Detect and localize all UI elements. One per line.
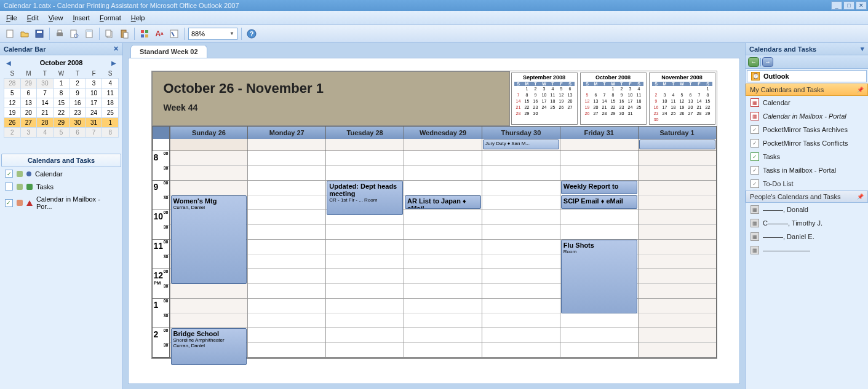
- date-cell[interactable]: 8: [102, 128, 119, 138]
- time-slot[interactable]: [326, 299, 404, 313]
- calendar-item[interactable]: Tasks: [1, 180, 121, 193]
- time-slot[interactable]: [404, 181, 482, 195]
- time-slot[interactable]: [639, 210, 716, 225]
- time-slot[interactable]: [248, 328, 325, 343]
- paste-icon[interactable]: [118, 28, 130, 40]
- page-setup-icon[interactable]: [83, 28, 95, 40]
- time-slot[interactable]: [482, 284, 560, 299]
- time-slot[interactable]: [560, 225, 638, 240]
- time-slot[interactable]: [482, 328, 560, 343]
- date-cell[interactable]: 2: [70, 79, 86, 88]
- time-slot[interactable]: [248, 284, 325, 299]
- date-cell[interactable]: 5: [4, 88, 21, 98]
- menu-format[interactable]: Format: [95, 12, 126, 23]
- styles-icon[interactable]: [168, 28, 180, 40]
- allday-event[interactable]: Jury Duty ♦ San M...: [483, 139, 559, 149]
- time-slot[interactable]: [560, 166, 638, 181]
- date-cell[interactable]: 12: [4, 98, 21, 108]
- allday-cell[interactable]: [404, 139, 482, 151]
- time-slot[interactable]: [560, 151, 638, 166]
- time-slot[interactable]: [639, 166, 716, 181]
- time-slot[interactable]: [404, 225, 482, 240]
- time-slot[interactable]: [248, 313, 325, 328]
- print-preview-icon[interactable]: [68, 28, 81, 40]
- time-slot[interactable]: [404, 299, 482, 313]
- expand-icon[interactable]: ▾: [861, 45, 864, 53]
- menu-insert[interactable]: Insert: [68, 12, 95, 23]
- time-slot[interactable]: [248, 181, 325, 195]
- date-cell[interactable]: 28: [37, 118, 54, 128]
- date-cell[interactable]: 21: [37, 108, 54, 118]
- time-slot[interactable]: [404, 166, 482, 181]
- time-slot[interactable]: [170, 299, 248, 313]
- my-calendars-header[interactable]: My Calendars and Tasks 📌: [746, 84, 868, 96]
- calendar-event[interactable]: Weekly Report to: [561, 181, 637, 194]
- time-slot[interactable]: [639, 195, 716, 210]
- time-slot[interactable]: [482, 225, 560, 240]
- time-slot[interactable]: [560, 328, 638, 343]
- calendar-event[interactable]: Updated: Dept heads meetingCR - 1st Flr …: [327, 181, 403, 215]
- time-slot[interactable]: [248, 166, 325, 181]
- zoom-combo[interactable]: 88% ▼: [188, 28, 237, 40]
- checkbox[interactable]: [5, 183, 13, 191]
- date-cell[interactable]: 4: [37, 128, 54, 138]
- time-slot[interactable]: [248, 225, 325, 240]
- time-slot[interactable]: [326, 240, 404, 254]
- calendar-list-item[interactable]: ✓To-Do List: [746, 177, 868, 191]
- color-grid-icon[interactable]: [138, 28, 151, 40]
- time-slot[interactable]: [404, 210, 482, 225]
- time-slot[interactable]: [482, 210, 560, 225]
- date-cell[interactable]: 27: [20, 118, 37, 128]
- time-slot[interactable]: [248, 254, 325, 269]
- maximize-button[interactable]: □: [843, 1, 854, 10]
- time-slot[interactable]: [404, 151, 482, 166]
- date-cell[interactable]: 10: [86, 88, 102, 98]
- date-cell[interactable]: 20: [20, 108, 37, 118]
- time-slot[interactable]: [639, 225, 716, 240]
- date-cell[interactable]: 16: [70, 98, 86, 108]
- time-slot[interactable]: [326, 343, 404, 358]
- mini-calendar-table[interactable]: SMTWTFS282930123456789101112131415161718…: [4, 69, 119, 138]
- open-icon[interactable]: [18, 28, 31, 40]
- calendar-item[interactable]: ✓ Calendar in Mailbox - Por...: [1, 193, 121, 213]
- time-slot[interactable]: [482, 181, 560, 195]
- time-slot[interactable]: [404, 343, 482, 358]
- time-slot[interactable]: [326, 313, 404, 328]
- copy-icon[interactable]: [103, 28, 116, 40]
- menu-file[interactable]: File: [1, 12, 22, 23]
- time-slot[interactable]: [248, 299, 325, 313]
- date-cell[interactable]: 28: [4, 79, 21, 88]
- time-slot[interactable]: [326, 269, 404, 284]
- close-panel-icon[interactable]: ✕: [113, 45, 119, 53]
- date-cell[interactable]: 23: [70, 108, 86, 118]
- time-slot[interactable]: [560, 313, 638, 328]
- calendar-item[interactable]: ✓ Calendar: [1, 167, 121, 180]
- checkbox[interactable]: ✓: [5, 199, 13, 207]
- time-slot[interactable]: [326, 151, 404, 166]
- menu-view[interactable]: View: [44, 12, 68, 23]
- pin-icon[interactable]: 📌: [857, 87, 864, 93]
- date-cell[interactable]: 25: [102, 108, 119, 118]
- tab-standard-week[interactable]: Standard Week 02: [130, 45, 207, 58]
- help-icon[interactable]: ?: [245, 28, 258, 40]
- prev-month-icon[interactable]: ◀: [4, 60, 14, 66]
- time-slot[interactable]: [248, 210, 325, 225]
- time-slot[interactable]: [248, 269, 325, 284]
- time-slot[interactable]: [248, 240, 325, 254]
- font-icon[interactable]: Aa: [153, 28, 165, 40]
- allday-event[interactable]: [639, 139, 715, 149]
- date-cell[interactable]: 26: [4, 118, 21, 128]
- date-cell[interactable]: 3: [20, 128, 37, 138]
- time-slot[interactable]: [482, 195, 560, 210]
- new-icon[interactable]: [4, 28, 16, 40]
- time-slot[interactable]: [326, 225, 404, 240]
- allday-cell[interactable]: [170, 139, 248, 151]
- calendar-list-item[interactable]: ▦C———, Timothy J.: [746, 216, 868, 230]
- date-cell[interactable]: 11: [102, 88, 119, 98]
- date-cell[interactable]: 31: [86, 118, 102, 128]
- date-cell[interactable]: 19: [4, 108, 21, 118]
- date-cell[interactable]: 4: [102, 79, 119, 88]
- time-slot[interactable]: [404, 240, 482, 254]
- date-cell[interactable]: 1: [102, 118, 119, 128]
- time-slot[interactable]: [482, 269, 560, 284]
